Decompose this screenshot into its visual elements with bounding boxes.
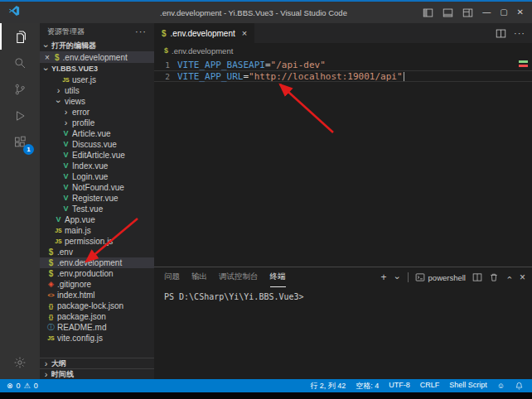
shell-name-label: powershell <box>428 273 466 282</box>
activity-settings[interactable] <box>0 349 40 376</box>
tree-item[interactable]: VIndex.vue <box>40 161 154 171</box>
env-file-icon: $ <box>55 53 60 62</box>
line-number: 1 <box>154 60 177 70</box>
tree-item[interactable]: ◈.gitignore <box>40 279 154 290</box>
tree-folder[interactable]: ›utils <box>40 85 154 96</box>
timeline-label: 时间线 <box>51 369 74 380</box>
terminal-output[interactable]: PS D:\CSharp\Yi\Yi.BBS.Vue3> <box>154 287 532 379</box>
tree-item[interactable]: VArticle.vue <box>40 128 154 139</box>
env-icon: $ <box>46 259 56 267</box>
new-terminal-icon[interactable]: + <box>381 272 387 282</box>
tree-item-label: Discuss.vue <box>72 140 117 149</box>
breadcrumb[interactable]: $ .env.development <box>154 43 532 58</box>
explorer-sidebar: 资源管理器 ··· › 打开的编辑器 × $ .env.development … <box>40 23 154 379</box>
kill-terminal-icon[interactable] <box>489 272 499 282</box>
toggle-panel-icon[interactable] <box>443 7 453 18</box>
tree-item[interactable]: $.env.development <box>40 257 154 268</box>
close-panel-icon[interactable]: × <box>520 272 525 282</box>
tree-item-label: main.js <box>65 226 91 235</box>
operator: = <box>243 71 249 82</box>
tree-item[interactable]: $.env.production <box>40 268 154 279</box>
code-line[interactable]: 1VITE_APP_BASEAPI="/api-dev" <box>154 59 532 70</box>
activity-extensions[interactable]: 1 <box>0 129 40 156</box>
feedback-smiley-icon[interactable]: ☺ <box>497 382 505 390</box>
minimize-button[interactable]: — <box>482 8 491 17</box>
tree-folder[interactable]: ›views <box>40 96 154 107</box>
vue-icon: V <box>61 184 70 191</box>
code-editor[interactable]: 1VITE_APP_BASEAPI="/api-dev"2VITE_APP_UR… <box>154 58 532 267</box>
tree-item[interactable]: JSvite.config.js <box>40 333 154 344</box>
tree-item[interactable]: JSpermission.js <box>40 236 154 247</box>
panel-tab-terminal[interactable]: 终端 <box>270 267 286 287</box>
tree-item[interactable]: VLogin.vue <box>40 171 154 182</box>
maximize-panel-icon[interactable]: › <box>505 274 514 281</box>
split-terminal-icon[interactable] <box>472 272 482 282</box>
tree-item[interactable]: VRegister.vue <box>40 193 154 204</box>
toggle-sidebar-icon[interactable] <box>423 7 433 18</box>
env-icon: $ <box>46 248 56 257</box>
status-indentation[interactable]: 空格: 4 <box>355 381 379 392</box>
title-bar: .env.development - Yi.BBS.Vue3 - Visual … <box>0 2 532 23</box>
terminal-prompt: PS D:\CSharp\Yi\Yi.BBS.Vue3> <box>164 292 304 301</box>
errors-icon: ⊗ <box>7 382 13 390</box>
activity-explorer[interactable] <box>0 23 40 50</box>
terminal-dropdown-icon[interactable]: › <box>393 274 402 281</box>
tree-item[interactable]: <>index.html <box>40 290 154 300</box>
tree-item[interactable]: {}package.json <box>40 311 154 322</box>
maximize-button[interactable]: ▢ <box>500 8 507 17</box>
tree-item-label: vite.config.js <box>57 334 103 343</box>
status-eol[interactable]: CRLF <box>420 381 440 392</box>
activity-search[interactable] <box>0 50 40 76</box>
tree-folder[interactable]: ›profile <box>40 118 154 128</box>
close-editor-icon[interactable]: × <box>45 53 51 62</box>
tree-item[interactable]: VDiscuss.vue <box>40 139 154 150</box>
panel-tab-debug-console[interactable]: 调试控制台 <box>219 267 259 287</box>
tree-item-label: Register.vue <box>72 194 118 203</box>
git-icon: ◈ <box>46 281 56 288</box>
views-and-more-actions-icon[interactable]: ··· <box>135 26 147 36</box>
tree-item-label: Test.vue <box>72 204 103 214</box>
env-key: VITE_APP_URL <box>177 71 243 82</box>
operator: = <box>265 60 271 70</box>
tree-item[interactable]: JSmain.js <box>40 225 154 236</box>
open-editors-section[interactable]: › 打开的编辑器 <box>40 40 154 51</box>
tree-item[interactable]: VEditArticle.vue <box>40 150 154 161</box>
js-icon: JS <box>54 238 63 244</box>
status-encoding[interactable]: UTF-8 <box>389 381 410 392</box>
open-editor-item[interactable]: × $ .env.development <box>40 51 154 63</box>
notifications-bell-icon[interactable] <box>515 382 524 391</box>
vue-icon: V <box>61 141 70 148</box>
vue-icon: V <box>61 195 70 202</box>
activity-run-debug[interactable] <box>0 103 40 129</box>
status-cursor-position[interactable]: 行 2, 列 42 <box>310 381 346 392</box>
outline-section[interactable]: › 大纲 <box>40 358 154 368</box>
vue-icon: V <box>61 205 70 213</box>
panel-tab-output[interactable]: 输出 <box>191 267 207 287</box>
tree-folder[interactable]: ›error <box>40 107 154 118</box>
terminal-icon <box>415 272 425 282</box>
close-tab-icon[interactable]: × <box>242 28 247 38</box>
customize-layout-icon[interactable] <box>462 7 473 18</box>
more-actions-icon[interactable]: ··· <box>514 28 525 38</box>
workspace-section[interactable]: › YI.BBS.VUE3 <box>40 63 154 75</box>
split-editor-icon[interactable] <box>496 28 506 39</box>
status-language-mode[interactable]: Shell Script <box>449 381 487 392</box>
terminal-shell-selector[interactable]: powershell <box>415 272 466 282</box>
timeline-section[interactable]: › 时间线 <box>40 368 154 379</box>
source-control-icon <box>13 83 27 96</box>
run-debug-icon <box>13 109 27 123</box>
tree-item[interactable]: $.env <box>40 247 154 257</box>
tree-item[interactable]: VNotFound.vue <box>40 182 154 193</box>
tree-item[interactable]: {}package-lock.json <box>40 300 154 311</box>
code-line[interactable]: 2VITE_APP_URL="http://localhost:19001/ap… <box>154 70 532 82</box>
close-button[interactable]: ✕ <box>517 8 524 17</box>
editor-tab[interactable]: $ .env.development × <box>154 23 254 43</box>
tree-item[interactable]: VApp.vue <box>40 214 154 225</box>
problems-status[interactable]: ⊗ 0 ⚠ 0 <box>7 382 38 390</box>
panel-tab-problems[interactable]: 问题 <box>164 267 180 287</box>
tree-item[interactable]: VTest.vue <box>40 204 154 214</box>
tree-item-label: package.json <box>57 312 106 321</box>
activity-source-control[interactable] <box>0 76 40 103</box>
tree-item[interactable]: JSuser.js <box>40 75 154 85</box>
tree-item[interactable]: ⓘREADME.md <box>40 322 154 333</box>
